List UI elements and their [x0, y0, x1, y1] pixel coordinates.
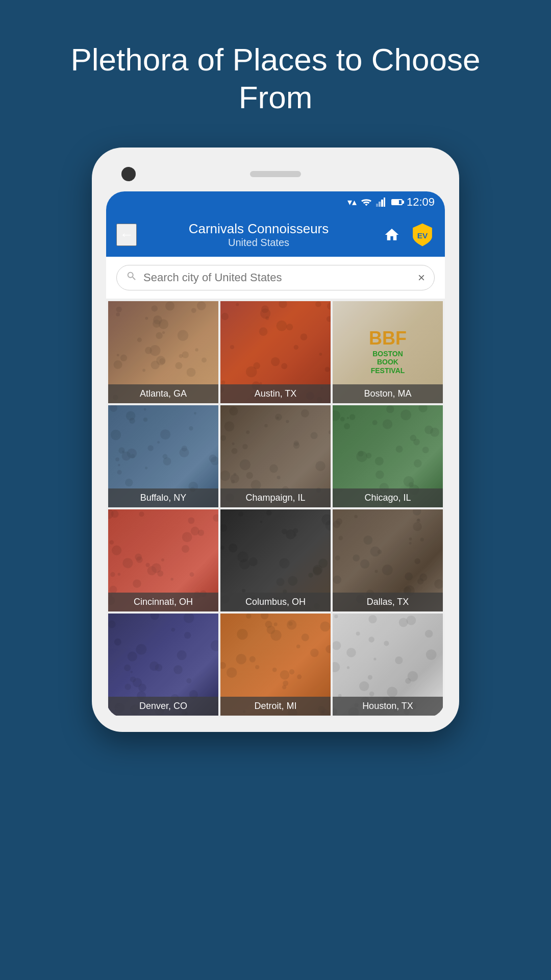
svg-point-292 [320, 621, 330, 631]
svg-point-277 [274, 622, 278, 626]
svg-point-40 [327, 316, 331, 322]
city-card[interactable]: Denver, CO [108, 614, 218, 716]
svg-point-243 [414, 558, 420, 564]
city-label: Detroit, MI [220, 697, 331, 716]
home-button[interactable] [381, 224, 403, 246]
phone-screen: ▾▴ 12:09 [106, 191, 445, 718]
svg-point-278 [249, 656, 256, 662]
svg-point-228 [333, 575, 341, 583]
svg-point-222 [409, 537, 412, 541]
svg-point-95 [329, 430, 331, 434]
city-card[interactable]: Champaign, IL [220, 405, 331, 507]
svg-point-250 [177, 650, 187, 660]
svg-point-65 [110, 405, 117, 412]
city-label: Dallas, TX [333, 593, 443, 611]
svg-point-189 [266, 510, 272, 516]
svg-point-269 [186, 678, 191, 683]
svg-point-80 [118, 447, 125, 454]
svg-point-85 [189, 426, 193, 430]
svg-point-182 [213, 514, 218, 522]
svg-point-178 [157, 570, 163, 576]
svg-point-45 [253, 362, 260, 369]
city-label: Chicago, IL [333, 488, 443, 507]
svg-point-127 [340, 417, 345, 422]
svg-point-302 [237, 629, 247, 640]
svg-point-125 [430, 427, 439, 436]
city-card[interactable]: Austin, TX [220, 301, 331, 403]
ev-badge-button[interactable]: EV [410, 223, 435, 247]
svg-point-263 [128, 651, 137, 661]
svg-point-41 [265, 316, 269, 320]
svg-point-325 [408, 671, 418, 681]
svg-point-168 [118, 573, 121, 576]
svg-point-22 [187, 368, 196, 377]
svg-point-252 [211, 640, 218, 651]
svg-point-124 [311, 432, 318, 439]
city-card[interactable]: Atlanta, GA [108, 301, 218, 403]
svg-point-108 [269, 464, 278, 473]
svg-point-233 [417, 578, 423, 584]
city-card[interactable]: Detroit, MI [220, 614, 331, 716]
svg-point-83 [131, 454, 135, 458]
svg-point-26 [152, 305, 158, 311]
svg-point-35 [281, 363, 287, 369]
wifi-icon: ▾▴ [347, 197, 357, 208]
svg-point-64 [279, 301, 287, 308]
svg-point-87 [127, 449, 137, 458]
search-clear-button[interactable]: × [418, 271, 425, 285]
svg-point-50 [300, 333, 308, 340]
earpiece [250, 171, 301, 177]
svg-point-160 [182, 545, 189, 552]
svg-point-104 [277, 416, 279, 419]
svg-point-220 [378, 550, 382, 554]
svg-point-18 [153, 315, 162, 325]
svg-point-145 [414, 459, 422, 468]
svg-point-158 [133, 579, 141, 588]
city-card[interactable]: Cincinnati, OH [108, 509, 218, 611]
svg-point-318 [359, 681, 369, 691]
city-card[interactable]: BBF BOSTONBOOKFESTIVAL Boston, MA [333, 301, 443, 403]
city-card[interactable]: Chicago, IL [333, 405, 443, 507]
svg-point-200 [249, 557, 258, 566]
svg-point-152 [366, 453, 371, 458]
status-bar: ▾▴ 12:09 [106, 191, 445, 213]
back-button[interactable]: ← [116, 224, 137, 246]
svg-point-143 [375, 471, 384, 479]
svg-point-59 [236, 303, 239, 306]
svg-point-163 [182, 532, 192, 542]
svg-point-31 [151, 360, 160, 369]
svg-point-324 [426, 649, 437, 660]
svg-point-315 [356, 631, 360, 635]
svg-point-122 [231, 480, 235, 483]
svg-point-279 [280, 670, 289, 679]
svg-point-128 [396, 446, 403, 453]
city-card[interactable]: Houston, TX [333, 614, 443, 716]
svg-point-171 [152, 563, 161, 573]
svg-point-209 [220, 524, 227, 531]
ev-shield-icon: EV [410, 223, 435, 247]
city-card[interactable]: Columbus, OH [220, 509, 331, 611]
city-card[interactable]: Dallas, TX [333, 509, 443, 611]
svg-point-320 [346, 648, 356, 657]
svg-point-319 [406, 616, 416, 625]
svg-point-235 [363, 535, 372, 545]
svg-point-294 [236, 654, 246, 665]
svg-point-307 [368, 615, 377, 623]
svg-point-118 [293, 440, 299, 446]
svg-point-101 [220, 471, 230, 481]
svg-point-39 [327, 303, 331, 310]
svg-point-138 [356, 451, 367, 462]
svg-point-322 [384, 641, 389, 646]
svg-point-234 [370, 546, 381, 556]
city-card[interactable]: Buffalo, NY [108, 405, 218, 507]
svg-point-232 [413, 522, 422, 531]
search-input[interactable] [143, 271, 412, 284]
svg-point-90 [160, 429, 170, 439]
svg-point-92 [163, 454, 168, 459]
svg-rect-3 [384, 198, 385, 207]
svg-point-147 [418, 405, 427, 412]
svg-point-212 [288, 576, 297, 585]
svg-point-213 [313, 567, 322, 576]
svg-point-115 [240, 459, 251, 470]
svg-point-237 [405, 572, 413, 580]
